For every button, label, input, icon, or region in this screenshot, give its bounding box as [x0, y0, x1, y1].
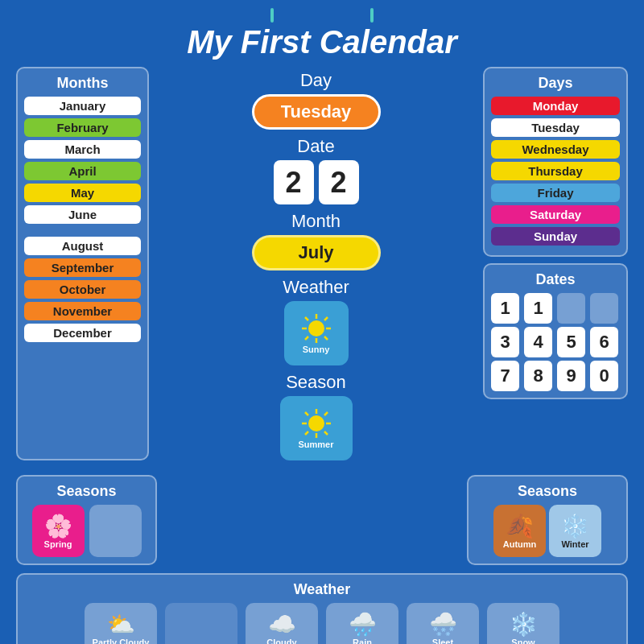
months-gap — [24, 227, 141, 237]
month-april[interactable]: April — [24, 162, 141, 180]
center-season-area — [165, 475, 459, 565]
date-digit-2[interactable]: 2 — [319, 160, 359, 204]
bottom-section: Seasons 🌸 Spring Seasons 🍂 Autumn ❄ — [16, 475, 628, 644]
date-digit-1[interactable]: 2 — [274, 160, 314, 204]
day-thursday[interactable]: Thursday — [491, 162, 620, 180]
svg-line-16 — [324, 412, 328, 415]
svg-line-8 — [305, 336, 308, 340]
day-selector[interactable]: Tuesday — [252, 94, 381, 130]
center-column: Day Tuesday Date 2 2 Month July Weather — [157, 67, 475, 460]
svg-line-14 — [305, 412, 308, 415]
date-num-6[interactable]: 6 — [590, 327, 618, 357]
weather-rain[interactable]: 🌧️ Rain — [326, 603, 398, 644]
sun-svg — [300, 312, 332, 345]
dates-grid: 1 1 3 4 5 6 7 8 9 0 — [491, 293, 620, 391]
date-num-4[interactable]: 4 — [524, 327, 552, 357]
weather-bottom-label: Weather — [24, 581, 620, 598]
sleet-label: Sleet — [432, 638, 453, 644]
weather-icons-row: ⛅ Partly Cloudy ☁️ Cloudy 🌧️ Rain 🌨️ Sle… — [24, 603, 620, 644]
month-october[interactable]: October — [24, 280, 141, 299]
partly-cloudy-label: Partly Cloudy — [93, 638, 150, 644]
spring-card[interactable]: 🌸 Spring — [32, 505, 85, 557]
winter-label: Winter — [561, 539, 588, 549]
rain-icon: 🌧️ — [349, 611, 377, 638]
dates-panel: Dates 1 1 3 4 5 6 7 8 9 0 — [483, 263, 628, 399]
month-label: Month — [291, 211, 341, 232]
date-num-empty-2 — [590, 293, 618, 324]
date-num-5[interactable]: 5 — [557, 327, 585, 357]
svg-line-17 — [305, 431, 308, 435]
seasons-left-panel: Seasons 🌸 Spring — [16, 475, 157, 565]
day-friday[interactable]: Friday — [491, 184, 620, 202]
date-num-7[interactable]: 7 — [491, 361, 519, 391]
weather-icon[interactable]: Sunny — [284, 301, 349, 365]
month-november[interactable]: November — [24, 302, 141, 320]
autumn-card[interactable]: 🍂 Autumn — [493, 505, 546, 557]
string-left — [270, 8, 274, 23]
svg-point-9 — [308, 415, 324, 431]
month-september[interactable]: September — [24, 258, 141, 277]
day-tuesday[interactable]: Tuesday — [491, 118, 620, 137]
month-june[interactable]: June — [24, 205, 141, 224]
spring-label: Spring — [44, 539, 72, 549]
snow-icon: ❄️ — [510, 611, 538, 638]
date-num-9[interactable]: 9 — [557, 361, 585, 391]
month-january[interactable]: January — [24, 97, 141, 115]
cloudy-icon: ☁️ — [268, 611, 296, 638]
date-container: 2 2 — [274, 160, 359, 204]
season-icon[interactable]: Summer — [280, 396, 353, 460]
autumn-label: Autumn — [503, 539, 537, 549]
month-august[interactable]: August — [24, 237, 141, 255]
cloudy-label: Cloudy — [266, 638, 296, 644]
season-label: Season — [286, 372, 346, 393]
date-num-3[interactable]: 3 — [491, 327, 519, 357]
month-may[interactable]: May — [24, 184, 141, 202]
page-title: My First Calendar — [16, 24, 628, 60]
month-selector[interactable]: July — [252, 235, 381, 270]
sleet-icon: 🌨️ — [429, 611, 457, 638]
date-num-8[interactable]: 8 — [524, 361, 552, 391]
weather-label: Weather — [283, 277, 349, 298]
date-num-1[interactable]: 1 — [491, 293, 519, 324]
partly-cloudy-icon: ⛅ — [107, 611, 135, 638]
date-num-2[interactable]: 1 — [524, 293, 552, 324]
weather-snow[interactable]: ❄️ Snow — [487, 603, 559, 644]
autumn-icon: 🍂 — [506, 513, 534, 539]
hanging-strings — [16, 8, 628, 23]
seasons-left-icons: 🌸 Spring — [24, 505, 149, 557]
month-february[interactable]: February — [24, 118, 141, 137]
date-num-0[interactable]: 0 — [590, 361, 618, 391]
weather-sleet[interactable]: 🌨️ Sleet — [407, 603, 479, 644]
day-wednesday[interactable]: Wednesday — [491, 140, 620, 159]
date-num-empty-1 — [557, 293, 585, 324]
weather-bottom-panel: Weather ⛅ Partly Cloudy ☁️ Cloudy 🌧️ Rai… — [16, 573, 628, 644]
spring-icon: 🌸 — [44, 513, 72, 539]
winter-card[interactable]: ❄️ Winter — [549, 505, 601, 557]
svg-line-7 — [324, 317, 328, 320]
months-label: Months — [24, 75, 141, 92]
days-inner-panel: Days Monday Tuesday Wednesday Thursday F… — [483, 67, 628, 257]
weather-empty — [165, 603, 237, 644]
days-panel: Days Monday Tuesday Wednesday Thursday F… — [483, 67, 628, 399]
day-label: Day — [300, 70, 332, 91]
svg-line-15 — [324, 431, 328, 435]
seasons-right-icons: 🍂 Autumn ❄️ Winter — [475, 505, 620, 557]
day-monday[interactable]: Monday — [491, 97, 620, 115]
svg-line-6 — [324, 336, 328, 340]
season-empty-card — [89, 505, 142, 557]
main-grid: Months January February March April May … — [16, 67, 628, 469]
season-current-label: Summer — [298, 440, 333, 449]
weather-cloudy[interactable]: ☁️ Cloudy — [246, 603, 318, 644]
string-right — [370, 8, 374, 23]
weather-partly-cloudy[interactable]: ⛅ Partly Cloudy — [85, 603, 157, 644]
season-sun-svg — [300, 407, 332, 440]
date-label: Date — [297, 136, 334, 157]
rain-label: Rain — [353, 638, 372, 644]
day-saturday[interactable]: Saturday — [491, 205, 620, 224]
month-december[interactable]: December — [24, 324, 141, 342]
month-march[interactable]: March — [24, 140, 141, 159]
snow-label: Snow — [511, 638, 535, 644]
calendar-board: My First Calendar Months January Februar… — [0, 0, 644, 644]
dates-label: Dates — [491, 271, 620, 288]
day-sunday[interactable]: Sunday — [491, 227, 620, 246]
